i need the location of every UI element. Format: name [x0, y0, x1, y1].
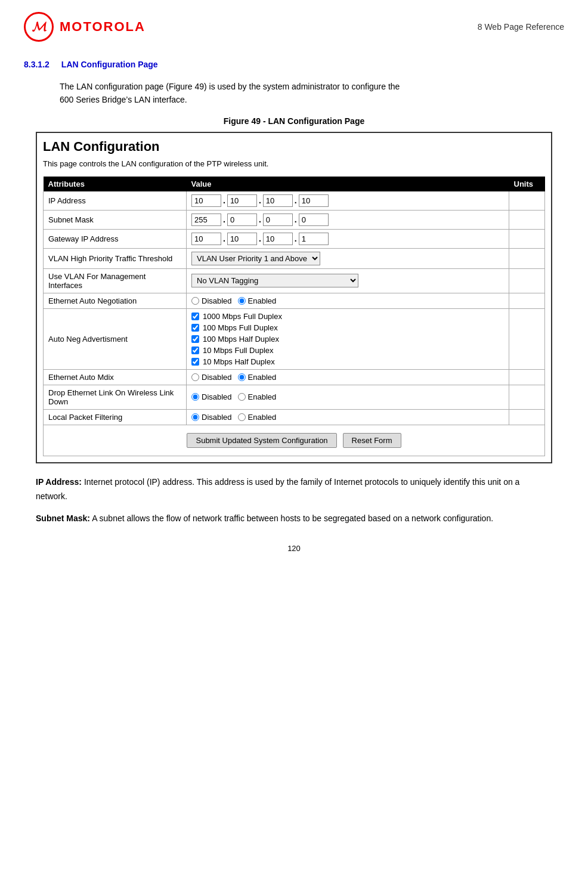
row-eth-auto-mdix: Ethernet Auto Mdix Disabled Enabled — [44, 369, 545, 385]
row-gateway-ip: Gateway IP Address . . . — [44, 229, 545, 248]
gateway-ip-value: . . . — [187, 229, 509, 248]
units-vlan-mgmt — [509, 268, 545, 293]
config-title: LAN Configuration — [43, 139, 545, 154]
units-drop-eth — [509, 385, 545, 409]
drop-eth-enabled-radio[interactable] — [238, 393, 246, 401]
subnet-mask-para: Subnet Mask: A subnet allows the flow of… — [36, 512, 552, 526]
subnet-sep-2: . — [259, 215, 261, 224]
col-header-value: Value — [187, 177, 509, 191]
row-buttons: Submit Updated System Configuration Rese… — [44, 425, 545, 456]
row-vlan-priority: VLAN High Priority Traffic Threshold VLA… — [44, 248, 545, 268]
local-packet-disabled-radio[interactable] — [191, 413, 199, 421]
section-intro: The LAN configuration page (Figure 49) i… — [60, 80, 564, 107]
eth-auto-mdix-disabled-label[interactable]: Disabled — [191, 373, 232, 382]
checkbox-1000-full[interactable] — [191, 313, 199, 320]
drop-eth-disabled-text: Disabled — [202, 392, 232, 401]
local-packet-radio-group: Disabled Enabled — [191, 413, 504, 422]
row-local-packet: Local Packet Filtering Disabled Enabled — [44, 409, 545, 425]
row-ip-address: IP Address . . . — [44, 191, 545, 211]
checkbox-100-full[interactable] — [191, 324, 199, 332]
checkbox-10-full[interactable] — [191, 346, 199, 354]
checkbox-10-half-label[interactable]: 10 Mbps Half Duplex — [191, 357, 504, 366]
gateway-octet-1[interactable] — [191, 233, 221, 245]
checkbox-100-half-label[interactable]: 100 Mbps Half Duplex — [191, 335, 504, 344]
checkbox-10-full-text: 10 Mbps Full Duplex — [203, 346, 274, 355]
ip-octet-2[interactable] — [227, 194, 257, 207]
units-gateway-ip — [509, 229, 545, 248]
eth-auto-neg-enabled-label[interactable]: Enabled — [238, 296, 277, 305]
subnet-octet-1[interactable] — [191, 214, 221, 226]
col-header-units: Units — [509, 177, 545, 191]
subnet-sep-3: . — [295, 215, 297, 224]
eth-auto-mdix-disabled-radio[interactable] — [191, 373, 199, 381]
local-packet-enabled-text: Enabled — [248, 413, 277, 422]
eth-auto-neg-disabled-text: Disabled — [202, 296, 232, 305]
drop-eth-enabled-label[interactable]: Enabled — [238, 392, 277, 401]
page-number: 120 — [24, 544, 564, 553]
checkbox-100-full-label[interactable]: 100 Mbps Full Duplex — [191, 323, 504, 332]
eth-auto-mdix-enabled-label[interactable]: Enabled — [238, 373, 277, 382]
row-auto-neg-advert: Auto Neg Advertisment 1000 Mbps Full Dup… — [44, 308, 545, 369]
local-packet-value: Disabled Enabled — [187, 409, 509, 425]
label-auto-neg-advert: Auto Neg Advertisment — [44, 308, 187, 369]
eth-auto-neg-disabled-label[interactable]: Disabled — [191, 296, 232, 305]
row-drop-eth: Drop Ethernet Link On Wireless Link Down… — [44, 385, 545, 409]
vlan-priority-select[interactable]: VLAN User Priority 1 and Above VLAN User… — [191, 252, 320, 265]
units-vlan-priority — [509, 248, 545, 268]
subnet-mask-desc: A subnet allows the flow of network traf… — [90, 513, 493, 523]
label-ip-address: IP Address — [44, 191, 187, 211]
reset-button[interactable]: Reset Form — [343, 433, 401, 448]
gateway-sep-2: . — [259, 234, 261, 243]
vlan-mgmt-value: No VLAN Tagging VLAN Tagging Enabled — [187, 268, 509, 293]
checkbox-10-half[interactable] — [191, 358, 199, 366]
ip-octet-4[interactable] — [299, 194, 329, 207]
eth-auto-neg-disabled-radio[interactable] — [191, 297, 199, 305]
ip-octet-3[interactable] — [263, 194, 293, 207]
logo-area: 𝓜 MOTOROLA — [24, 12, 146, 42]
checkbox-1000-full-label[interactable]: 1000 Mbps Full Duplex — [191, 312, 504, 321]
drop-eth-disabled-label[interactable]: Disabled — [191, 392, 232, 401]
submit-button[interactable]: Submit Updated System Configuration — [187, 433, 336, 448]
page-reference: 8 Web Page Reference — [478, 22, 564, 32]
eth-auto-mdix-disabled-text: Disabled — [202, 373, 232, 382]
section-title: LAN Configuration Page — [61, 60, 158, 69]
intro-line2: 600 Series Bridge’s LAN interface. — [60, 95, 187, 104]
subnet-octet-2[interactable] — [227, 214, 257, 226]
ip-octet-1[interactable] — [191, 194, 221, 207]
row-eth-auto-neg: Ethernet Auto Negotiation Disabled Enabl… — [44, 293, 545, 308]
eth-auto-neg-enabled-radio[interactable] — [238, 297, 246, 305]
checkbox-100-full-text: 100 Mbps Full Duplex — [203, 323, 278, 332]
motorola-logo: 𝓜 — [24, 12, 54, 42]
checkbox-100-half[interactable] — [191, 335, 199, 343]
eth-auto-neg-value: Disabled Enabled — [187, 293, 509, 308]
checkbox-10-full-label[interactable]: 10 Mbps Full Duplex — [191, 346, 504, 355]
gateway-octet-3[interactable] — [263, 233, 293, 245]
col-header-attributes: Attributes — [44, 177, 187, 191]
subnet-octet-4[interactable] — [299, 214, 329, 226]
local-packet-disabled-label[interactable]: Disabled — [191, 413, 232, 422]
eth-auto-mdix-enabled-radio[interactable] — [238, 373, 246, 381]
units-auto-neg-advert — [509, 308, 545, 369]
drop-eth-disabled-radio[interactable] — [191, 393, 199, 401]
local-packet-enabled-radio[interactable] — [238, 413, 246, 421]
gateway-octet-2[interactable] — [227, 233, 257, 245]
subnet-octet-3[interactable] — [263, 214, 293, 226]
label-gateway-ip: Gateway IP Address — [44, 229, 187, 248]
subnet-mask-term: Subnet Mask: — [36, 513, 90, 523]
label-eth-auto-mdix: Ethernet Auto Mdix — [44, 369, 187, 385]
bottom-text: IP Address: Internet protocol (IP) addre… — [36, 475, 552, 526]
vlan-mgmt-select[interactable]: No VLAN Tagging VLAN Tagging Enabled — [191, 274, 358, 287]
eth-auto-neg-enabled-text: Enabled — [248, 296, 277, 305]
ip-address-value: . . . — [187, 191, 509, 211]
config-description: This page controls the LAN configuration… — [43, 159, 545, 168]
checkbox-100-half-text: 100 Mbps Half Duplex — [203, 335, 279, 344]
local-packet-enabled-label[interactable]: Enabled — [238, 413, 277, 422]
subnet-mask-value: . . . — [187, 210, 509, 229]
logo-m-icon: 𝓜 — [32, 19, 46, 35]
ip-address-desc: Internet protocol (IP) address. This add… — [36, 477, 519, 501]
figure-caption: Figure 49 - LAN Configuration Page — [24, 116, 564, 126]
auto-neg-advert-value: 1000 Mbps Full Duplex 100 Mbps Full Dupl… — [187, 308, 509, 369]
local-packet-disabled-text: Disabled — [202, 413, 232, 422]
gateway-octet-4[interactable] — [299, 233, 329, 245]
section-heading-row: 8.3.1.2 LAN Configuration Page — [24, 54, 564, 75]
